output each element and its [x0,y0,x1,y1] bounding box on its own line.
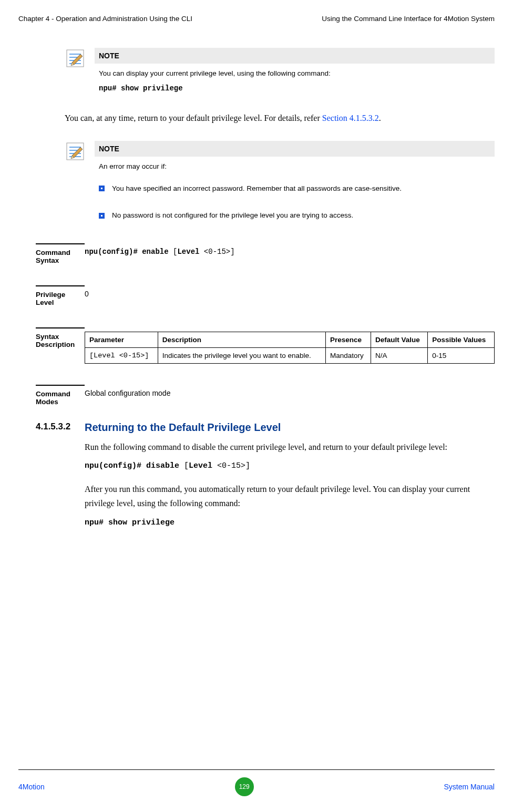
section-title: Returning to the Default Privilege Level [85,422,281,434]
footer-right: System Manual [444,783,495,791]
note-block-errors: NOTE An error may occur if: You have spe… [65,141,495,227]
section-number: 4.1.5.3.2 [36,422,85,432]
page-running-header: Chapter 4 - Operation and Administration… [18,15,495,23]
para-tail: . [379,114,381,122]
list-item: No password is not configured for the pr… [99,210,490,221]
list-item-text: No password is not configured for the pr… [112,210,353,221]
note-title: NOTE [95,48,495,64]
command-syntax-block: Command Syntax npu(config)# enable [Leve… [36,243,495,264]
note-command: npu# show privilege [99,83,490,94]
td-default-value: N/A [371,347,427,363]
table-row: Parameter Description Presence Default V… [85,332,495,347]
body-paragraph: After you run this command, you automati… [85,482,495,510]
block-label: Command Syntax [36,243,85,264]
td-description: Indicates the privilege level you want t… [158,347,325,363]
square-bullet-icon [99,213,105,219]
th-description: Description [158,332,325,347]
privilege-level-value: 0 [85,285,495,298]
note-pencil-icon [65,141,86,162]
command-line: npu# show privilege [85,518,495,527]
para-text: You can, at any time, return to your def… [65,114,322,122]
list-item: You have specified an incorrect password… [99,183,490,194]
cross-reference-link[interactable]: Section 4.1.5.3.2 [322,114,379,122]
block-label: Syntax Description [36,327,85,348]
table-row: [Level <0-15>] Indicates the privilege l… [85,347,495,363]
body-paragraph: Run the following command to disable the… [85,440,495,454]
th-possible-values: Possible Values [428,332,495,347]
command-modes-value: Global configuration mode [85,385,495,397]
command-syntax-value: npu(config)# enable [Level <0-15>] [85,243,495,256]
td-possible-values: 0-15 [428,347,495,363]
note-text: You can display your current privilege l… [99,68,490,79]
command-line: npu(config)# disable [Level <0-15>] [85,461,495,470]
block-label: Privilege Level [36,285,85,306]
syntax-description-block: Syntax Description Parameter Description… [36,327,495,364]
page-footer: 4Motion 129 System Manual [18,769,495,796]
list-item-text: You have specified an incorrect password… [112,183,402,194]
note-block-show-privilege: NOTE You can display your current privil… [65,48,495,94]
header-left: Chapter 4 - Operation and Administration… [18,15,192,23]
body-paragraph: You can, at any time, return to your def… [65,111,495,125]
command-modes-block: Command Modes Global configuration mode [36,385,495,406]
td-presence: Mandatory [325,347,371,363]
block-label: Command Modes [36,385,85,406]
svg-rect-0 [67,50,84,67]
svg-rect-7 [67,143,84,160]
section-heading: 4.1.5.3.2 Returning to the Default Privi… [36,422,495,434]
td-parameter: [Level <0-15>] [85,347,158,363]
header-right: Using the Command Line Interface for 4Mo… [322,15,495,23]
note-pencil-icon [65,48,86,69]
page-number-badge: 129 [235,777,254,796]
footer-left: 4Motion [18,783,45,791]
note-intro: An error may occur if: [99,161,490,172]
th-default-value: Default Value [371,332,427,347]
th-presence: Presence [325,332,371,347]
syntax-description-table: Parameter Description Presence Default V… [85,332,495,364]
th-parameter: Parameter [85,332,158,347]
privilege-level-block: Privilege Level 0 [36,285,495,306]
note-title: NOTE [95,141,495,157]
square-bullet-icon [99,186,105,191]
